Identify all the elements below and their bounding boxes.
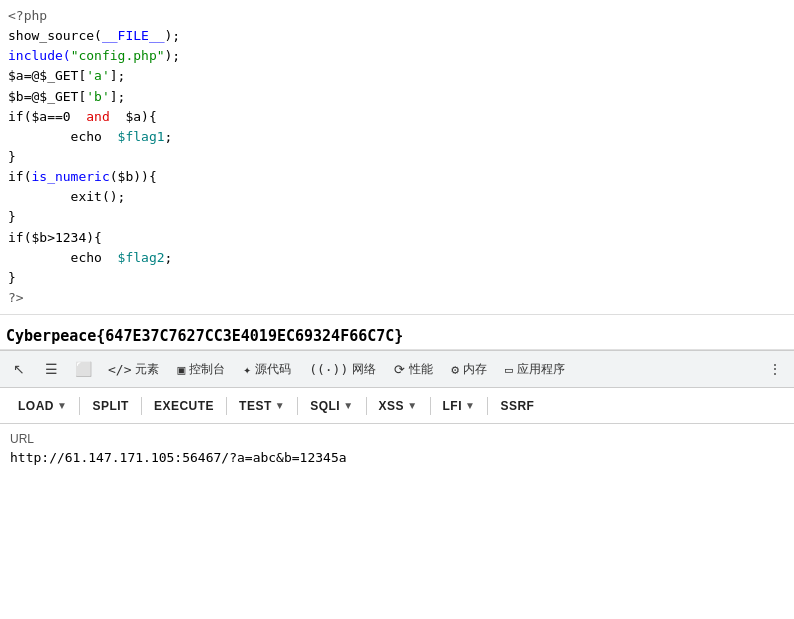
code-token: ];	[110, 89, 126, 104]
tab-network[interactable]: ((·)) 网络	[301, 357, 384, 382]
split-button[interactable]: SPLIT	[82, 394, 139, 418]
code-token: if($a==0	[8, 109, 86, 124]
code-line: $b=@$_GET['b'];	[8, 87, 786, 107]
tab-elements-label: 元素	[135, 361, 159, 378]
tab-network-label: 网络	[352, 361, 376, 378]
code-line: ?>	[8, 288, 786, 308]
application-icon: ▭	[505, 362, 513, 377]
performance-icon: ⟳	[394, 362, 405, 377]
network-icon: ((·))	[309, 362, 348, 377]
code-token: );	[165, 48, 181, 63]
code-token: ];	[110, 68, 126, 83]
divider-1	[79, 397, 80, 415]
tab-performance[interactable]: ⟳ 性能	[386, 357, 441, 382]
divider-4	[297, 397, 298, 415]
tab-sources-label: 源代码	[255, 361, 291, 378]
code-display: <?phpshow_source(__FILE__);include("conf…	[0, 0, 794, 315]
console-icon: ▣	[177, 362, 185, 377]
code-line: exit();	[8, 187, 786, 207]
code-line: if(is_numeric($b)){	[8, 167, 786, 187]
url-label: URL	[10, 432, 784, 446]
code-token: "config.php"	[71, 48, 165, 63]
code-line: }	[8, 147, 786, 167]
code-token: ($b)){	[110, 169, 157, 184]
inspect-element-icon[interactable]: ↖	[4, 355, 34, 383]
divider-2	[141, 397, 142, 415]
code-token: 'a'	[86, 68, 109, 83]
execute-label: EXECUTE	[154, 399, 214, 413]
code-token: 'b'	[86, 89, 109, 104]
sources-icon: ✦	[243, 362, 251, 377]
code-line: if($a==0 and $a){	[8, 107, 786, 127]
execute-button[interactable]: EXECUTE	[144, 394, 224, 418]
flag-text: Cyberpeace{647E37C7627CC3E4019EC69324F66…	[6, 327, 403, 345]
lfi-arrow: ▼	[465, 400, 475, 411]
load-arrow: ▼	[57, 400, 67, 411]
tab-console[interactable]: ▣ 控制台	[169, 357, 233, 382]
code-token: }	[8, 270, 16, 285]
sqli-button[interactable]: SQLI ▼	[300, 394, 363, 418]
divider-6	[430, 397, 431, 415]
code-token: include(	[8, 48, 71, 63]
code-token: ;	[165, 250, 173, 265]
more-tools-icon[interactable]: ⬜	[68, 355, 98, 383]
tab-elements[interactable]: </> 元素	[100, 357, 167, 382]
load-label: LOAD	[18, 399, 54, 413]
code-token: and	[86, 109, 109, 124]
code-line: $a=@$_GET['a'];	[8, 66, 786, 86]
code-line: }	[8, 268, 786, 288]
code-token: $a=@$_GET[	[8, 68, 86, 83]
xss-arrow: ▼	[407, 400, 417, 411]
code-token: ;	[165, 129, 173, 144]
test-arrow: ▼	[275, 400, 285, 411]
code-token: }	[8, 209, 16, 224]
code-line: if($b>1234){	[8, 228, 786, 248]
code-token: }	[8, 149, 16, 164]
memory-icon: ⚙	[451, 362, 459, 377]
device-toolbar-icon[interactable]: ☰	[36, 355, 66, 383]
code-line: include("config.php");	[8, 46, 786, 66]
tab-memory-label: 内存	[463, 361, 487, 378]
code-token: show_source(	[8, 28, 102, 43]
code-token: $b=@$_GET[	[8, 89, 86, 104]
sqli-label: SQLI	[310, 399, 340, 413]
elements-icon: </>	[108, 362, 131, 377]
divider-3	[226, 397, 227, 415]
tab-application-label: 应用程序	[517, 361, 565, 378]
code-line: }	[8, 207, 786, 227]
code-token: $flag2	[102, 250, 165, 265]
url-section: URL http://61.147.171.105:56467/?a=abc&b…	[0, 424, 794, 473]
tab-performance-label: 性能	[409, 361, 433, 378]
split-label: SPLIT	[92, 399, 129, 413]
ssrf-button[interactable]: SSRF	[490, 394, 544, 418]
code-token: if(	[8, 169, 31, 184]
tab-memory[interactable]: ⚙ 内存	[443, 357, 495, 382]
devtools-more-icon[interactable]: ⋮	[760, 355, 790, 383]
code-token: __FILE__	[102, 28, 165, 43]
code-line: echo $flag1;	[8, 127, 786, 147]
code-token: is_numeric	[31, 169, 109, 184]
code-token: );	[165, 28, 181, 43]
tab-application[interactable]: ▭ 应用程序	[497, 357, 573, 382]
code-token: echo	[8, 129, 102, 144]
flag-output: Cyberpeace{647E37C7627CC3E4019EC69324F66…	[0, 315, 794, 350]
code-line: show_source(__FILE__);	[8, 26, 786, 46]
lfi-button[interactable]: LFI ▼	[433, 394, 486, 418]
xss-button[interactable]: XSS ▼	[369, 394, 428, 418]
tab-console-label: 控制台	[189, 361, 225, 378]
lfi-label: LFI	[443, 399, 463, 413]
tab-sources[interactable]: ✦ 源代码	[235, 357, 299, 382]
load-button[interactable]: LOAD ▼	[8, 394, 77, 418]
divider-7	[487, 397, 488, 415]
code-token: ?>	[8, 290, 24, 305]
test-label: TEST	[239, 399, 272, 413]
code-token: echo	[8, 250, 102, 265]
code-token: exit();	[8, 189, 125, 204]
divider-5	[366, 397, 367, 415]
code-token: if($b>1234){	[8, 230, 102, 245]
code-token: <?php	[8, 8, 47, 23]
sqli-arrow: ▼	[343, 400, 353, 411]
url-value: http://61.147.171.105:56467/?a=abc&b=123…	[10, 450, 784, 465]
code-token: $a){	[110, 109, 157, 124]
test-button[interactable]: TEST ▼	[229, 394, 295, 418]
